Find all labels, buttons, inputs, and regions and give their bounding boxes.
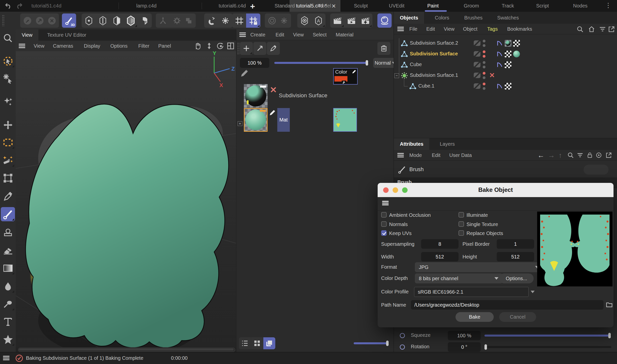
keep-uvs-checkbox[interactable] [381,230,387,236]
eraser-tool-icon[interactable] [1,243,15,257]
popout-icon[interactable] [606,152,612,158]
menu-edit[interactable]: Edit [432,150,440,160]
projection-edge-button[interactable] [96,13,110,28]
menu-view[interactable]: View [34,41,44,51]
uv-tag-icon[interactable] [505,51,511,57]
menu-mode[interactable]: Mode [409,150,422,160]
pencil-icon[interactable] [240,68,249,78]
doc-tab-active[interactable]: tutorial5.c4d * ✕ [290,0,340,12]
magic-wand-tool-icon[interactable] [1,153,15,167]
tab-swatches[interactable]: Swatches [491,12,525,24]
drag-handle[interactable] [2,15,4,26]
material-name[interactable]: Subdivision Surface [279,92,327,99]
doc-tab[interactable]: tutorial51.c4d [25,0,68,12]
height-field[interactable]: 512 [497,252,534,261]
bake-button[interactable]: Bake [456,312,494,322]
projection-polygon-button[interactable] [110,13,124,28]
phong-tag-icon[interactable] [496,83,503,90]
render-settings-button[interactable] [358,13,372,28]
render-dot[interactable] [483,87,485,90]
grid-view-button[interactable] [251,337,263,349]
auto-mode-button[interactable]: A [311,13,325,28]
brush-opacity-slider[interactable] [274,62,369,64]
gradient-tool-icon[interactable] [1,261,15,275]
options-button[interactable]: Options... [499,273,534,283]
mode-sculpt[interactable]: Sculpt [354,0,368,12]
overflow-menu-icon[interactable]: ⋮ [605,1,612,9]
color-profile-dropdown[interactable]: sRGB IEC61966-2.1 [414,287,529,297]
falloff-gear-disabled-icon[interactable] [277,13,291,28]
mode-model[interactable]: Model [317,0,331,12]
text-tool-icon[interactable] [1,315,15,329]
mode-uvedit[interactable]: UVEdit [389,0,404,12]
keyframe-circle-icon[interactable] [399,332,406,339]
undo-icon[interactable] [4,2,12,10]
blend-mode-dropdown[interactable]: Normal [373,58,396,68]
menu-create[interactable]: Create [250,29,265,40]
uv-tag-icon[interactable] [513,40,520,47]
tweak-mode-tool-icon[interactable] [1,71,15,86]
object-row-selected[interactable]: Subdivision Surface [394,49,617,59]
editor-dot[interactable] [483,61,485,64]
render-view-button[interactable] [330,13,344,28]
remove-material-icon[interactable]: ✕ [270,85,277,95]
visibility-toggle[interactable] [474,51,480,57]
render-dot[interactable] [483,66,485,68]
tab-attributes[interactable]: Attributes [394,138,429,150]
tab-objects[interactable]: Objects [394,12,424,24]
visibility-filter-button[interactable] [297,13,311,28]
collapse-icon[interactable]: − [394,73,399,78]
brush-opacity-value[interactable]: 100 % [240,58,269,68]
render-dot[interactable] [483,44,485,47]
drag-handle[interactable] [237,42,240,54]
cube-object-icon[interactable] [401,61,408,68]
apply-material-button[interactable] [253,42,266,55]
workplane-disabled-button[interactable] [181,13,196,28]
pick-material-button[interactable] [267,42,280,55]
visibility-toggle[interactable] [474,40,480,46]
squeeze-value[interactable]: 100 % [448,331,481,340]
tab-layers[interactable]: Layers [434,138,461,150]
rotation-slider[interactable] [484,346,611,348]
phong-tag-icon[interactable] [496,61,503,68]
move-tool-icon[interactable] [1,118,15,132]
forward-arrow-icon[interactable]: → [548,151,555,159]
color-profile-caret-icon[interactable] [531,291,535,293]
menu-select[interactable]: Select [313,29,327,40]
cancel-tool-disabled-button[interactable] [45,13,59,28]
folder-browse-icon[interactable] [606,301,613,308]
workplane-lock-button[interactable] [246,13,260,28]
rotation-value[interactable]: 0 ° [448,342,481,352]
object-row[interactable]: Cube [394,60,617,70]
texture-preview-thumbnail[interactable] [333,108,357,132]
editor-dot[interactable] [483,83,485,85]
menu-panel[interactable]: Panel [158,41,171,51]
list-view-button[interactable] [239,337,251,349]
material-thumbnail-selected[interactable] [244,108,268,132]
render-dot[interactable] [483,55,485,58]
disable-x-icon[interactable]: ✕ [489,71,495,79]
zoom-tool-icon[interactable] [1,31,15,45]
phong-tag-icon[interactable] [496,40,503,47]
swap-colors-icon[interactable] [342,81,346,84]
cancel-button[interactable]: Cancel [499,312,536,322]
menu-options[interactable]: Options [110,41,128,51]
illuminate-checkbox[interactable] [459,212,464,218]
star-shape-tool-icon[interactable] [1,332,15,347]
material-tag-icon[interactable] [513,51,520,57]
search-icon[interactable] [567,152,574,158]
projection-split-button[interactable] [138,13,152,28]
delete-material-button[interactable] [377,42,390,55]
grid-button[interactable] [232,13,246,28]
redo-icon[interactable] [15,2,23,10]
live-selection-tool-icon[interactable] [1,54,15,68]
menu-edit[interactable]: Edit [426,24,435,34]
back-arrow-icon[interactable]: ← [537,151,544,159]
mode-paint[interactable]: Paint [427,0,439,12]
blur-drop-tool-icon[interactable] [1,279,15,293]
large-preview-button[interactable] [263,337,275,349]
texture-tag-icon[interactable] [505,40,511,47]
squeeze-slider[interactable] [484,335,611,337]
mode-groom[interactable]: Groom [464,0,479,12]
menu-user-data[interactable]: User Data [449,150,472,160]
